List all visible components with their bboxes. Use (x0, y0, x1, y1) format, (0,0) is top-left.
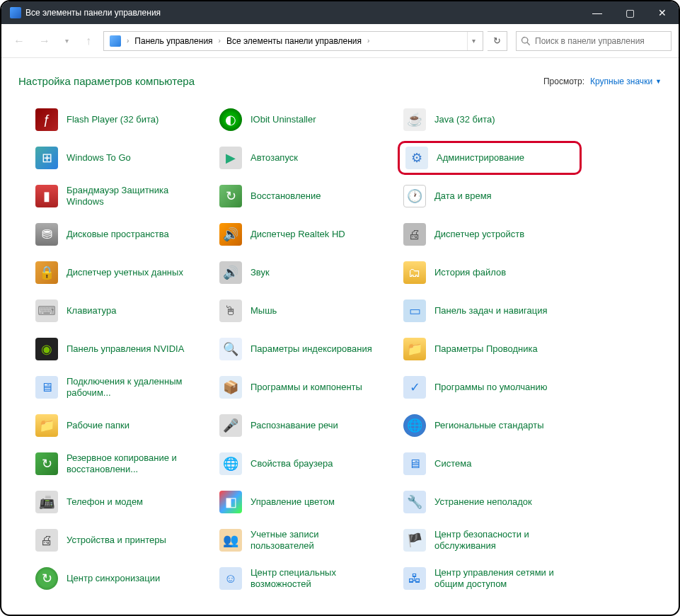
search-box[interactable] (516, 31, 672, 51)
item-icon: 📠 (35, 491, 58, 513)
control-panel-item[interactable]: 👥Учетные записи пользователей (214, 523, 398, 557)
control-panel-item[interactable]: ⛃Дисковые пространства (30, 217, 214, 251)
item-icon: 🔧 (403, 491, 426, 513)
control-panel-item[interactable]: 🔍Параметры индексирования (214, 332, 398, 366)
control-panel-item[interactable]: 🔧Устранение неполадок (398, 485, 582, 519)
control-panel-item[interactable]: ▮Брандмауэр Защитника Windows (30, 179, 214, 213)
control-panel-item[interactable]: 🖱Мышь (214, 294, 398, 328)
close-button[interactable]: ✕ (646, 1, 679, 24)
control-panel-item[interactable]: 📠Телефон и модем (30, 485, 214, 519)
control-panel-item[interactable]: 📦Программы и компоненты (214, 370, 398, 404)
item-icon: 🖱 (219, 300, 242, 322)
address-bar[interactable]: › Панель управления › Все элементы панел… (103, 31, 483, 51)
control-panel-item[interactable]: 🖥Подключения к удаленным рабочим... (30, 370, 214, 404)
item-label: Рабочие папки (67, 420, 129, 431)
control-panel-item[interactable]: ↻Восстановление (214, 179, 398, 213)
control-panel-item[interactable]: 🔊Звук (214, 256, 398, 290)
item-icon: ⌨ (35, 300, 58, 322)
control-panel-item[interactable]: 🌐Свойства браузера (214, 447, 398, 481)
item-icon: ⊞ (35, 147, 58, 169)
item-label: Мышь (250, 305, 277, 316)
control-panel-item[interactable]: ◐IObit Uninstaller (214, 103, 398, 137)
item-icon: 🔊 (219, 261, 242, 284)
control-panel-item[interactable]: 🖨Устройства и принтеры (30, 523, 214, 557)
breadcrumb-separator-icon: › (366, 37, 371, 45)
view-chooser: Просмотр: Крупные значки ▼ (543, 76, 662, 86)
up-button[interactable]: ↑ (78, 31, 99, 51)
item-label: Устранение неполадок (434, 496, 532, 508)
item-label: Автозапуск (250, 152, 298, 164)
back-button[interactable]: ← (8, 31, 30, 51)
control-panel-item[interactable]: 🏴Центр безопасности и обслуживания (398, 523, 582, 557)
item-icon: 📦 (219, 376, 242, 399)
titlebar-app-icon (10, 7, 21, 18)
control-panel-item[interactable]: ▶Автозапуск (214, 141, 398, 175)
control-panel-item[interactable]: 🕐Дата и время (398, 179, 582, 213)
item-icon: 📁 (403, 338, 426, 360)
item-icon: ◧ (219, 491, 242, 513)
item-icon: ✓ (403, 376, 426, 399)
address-dropdown-button[interactable]: ▾ (467, 32, 480, 50)
navigation-bar: ← → ▾ ↑ › Панель управления › Все элемен… (1, 24, 679, 58)
content-area: ƒFlash Player (32 бита)◐IObit Uninstalle… (1, 96, 679, 610)
control-panel-item[interactable]: 📁Рабочие папки (30, 409, 214, 443)
item-icon: 🌐 (219, 452, 242, 475)
address-bar-icon (110, 35, 121, 47)
control-panel-item[interactable]: ⚙Администрирование (398, 141, 582, 175)
control-panel-item[interactable]: ↻Центр синхронизации (30, 561, 214, 595)
control-panel-item[interactable]: ☕Java (32 бита) (398, 103, 582, 137)
item-label: История файлов (434, 267, 506, 278)
view-value-text: Крупные значки (590, 76, 652, 86)
item-label: Управление цветом (250, 496, 335, 508)
control-panel-item[interactable]: ⊞Windows To Go (30, 141, 214, 175)
search-icon (521, 36, 531, 46)
control-panel-item[interactable]: 🖧Центр управления сетями и общим доступо… (398, 561, 582, 595)
item-icon: 🖥 (403, 452, 426, 475)
item-label: Подключения к удаленным рабочим... (67, 376, 194, 399)
control-panel-item[interactable]: ƒFlash Player (32 бита) (30, 103, 214, 137)
maximize-button[interactable]: ▢ (613, 1, 646, 24)
minimize-button[interactable]: — (581, 1, 613, 24)
items-grid: ƒFlash Player (32 бита)◐IObit Uninstalle… (30, 103, 672, 595)
item-label: Центр специальных возможностей (250, 567, 378, 590)
item-icon: 🔒 (35, 261, 58, 284)
control-panel-item[interactable]: 🌐Региональные стандарты (398, 409, 582, 443)
item-icon: 🌐 (403, 414, 426, 437)
refresh-button[interactable]: ↻ (488, 31, 507, 51)
item-icon: ◉ (35, 338, 58, 360)
control-panel-item[interactable]: ⌨Клавиатура (30, 294, 214, 328)
control-panel-item[interactable]: 🎤Распознавание речи (214, 409, 398, 443)
item-label: Региональные стандарты (434, 420, 543, 431)
control-panel-item[interactable]: 📁Параметры Проводника (398, 332, 582, 366)
item-label: Система (434, 458, 471, 469)
control-panel-item[interactable]: 🔒Диспетчер учетных данных (30, 256, 214, 290)
recent-locations-button[interactable]: ▾ (59, 37, 74, 45)
item-label: Резервное копирование и восстановлени... (67, 452, 194, 475)
item-icon: 🖧 (403, 567, 426, 590)
item-icon: ⚙ (405, 147, 428, 169)
item-icon: ◐ (219, 108, 242, 131)
control-panel-item[interactable]: ▭Панель задач и навигация (398, 294, 582, 328)
control-panel-item[interactable]: ↻Резервное копирование и восстановлени..… (30, 447, 214, 481)
item-label: Дисковые пространства (67, 229, 169, 240)
item-icon: ↻ (219, 185, 242, 207)
item-label: Windows To Go (67, 152, 131, 164)
item-label: Телефон и модем (67, 496, 143, 508)
control-panel-item[interactable]: 🔊Диспетчер Realtek HD (214, 217, 398, 251)
control-panel-item[interactable]: ◧Управление цветом (214, 485, 398, 519)
breadcrumb-seg-all-items[interactable]: Все элементы панели управления (224, 36, 364, 46)
control-panel-item[interactable]: 🗂История файлов (398, 256, 582, 290)
search-input[interactable] (535, 36, 667, 46)
item-label: Диспетчер устройств (434, 229, 524, 240)
breadcrumb-seg-control-panel[interactable]: Панель управления (132, 36, 215, 46)
control-panel-item[interactable]: ☺Центр специальных возможностей (214, 561, 398, 595)
item-icon: 📁 (35, 414, 58, 437)
view-dropdown[interactable]: Крупные значки ▼ (590, 76, 662, 86)
titlebar-title: Все элементы панели управления (25, 8, 581, 18)
forward-button[interactable]: → (34, 31, 55, 51)
item-icon: 🖨 (403, 223, 426, 246)
control-panel-item[interactable]: 🖨Диспетчер устройств (398, 217, 582, 251)
control-panel-item[interactable]: ◉Панель управления NVIDIA (30, 332, 214, 366)
control-panel-item[interactable]: ✓Программы по умолчанию (398, 370, 582, 404)
control-panel-item[interactable]: 🖥Система (398, 447, 582, 481)
